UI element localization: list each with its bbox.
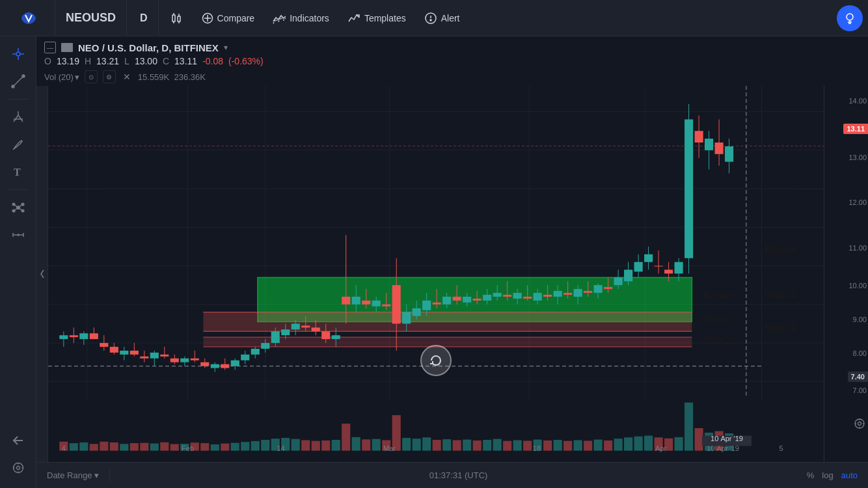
pair-label: NEO / U.S. Dollar, D, BITFINEX — [78, 42, 219, 53]
date-range-button[interactable]: Date Range ▾ — [47, 470, 99, 480]
separator2 — [8, 189, 29, 190]
stop1-label: Stop 1 — [765, 289, 796, 301]
svg-line-38 — [20, 208, 21, 210]
price-11: 11.00 — [848, 244, 867, 252]
line-tool[interactable] — [6, 69, 31, 94]
svg-point-44 — [16, 467, 20, 470]
svg-line-21 — [13, 76, 23, 87]
vol-row: Vol (20) ▾ ⊙ ⚙ ✕ 15.559K 236.36K — [44, 70, 860, 83]
vol-values: 15.559K 236.36K — [138, 72, 206, 82]
vol-label[interactable]: Vol (20) ▾ — [44, 72, 79, 82]
open-value: 13.19 — [57, 56, 79, 66]
price-7: 7.00 — [853, 386, 867, 394]
svg-line-35 — [15, 205, 17, 207]
current-price-badge: 13.11 — [843, 124, 868, 134]
price-9: 9.00 — [853, 316, 867, 323]
pitchfork-tool[interactable] — [6, 105, 31, 129]
replay-button[interactable] — [420, 345, 452, 376]
svg-point-33 — [12, 210, 15, 212]
measure-tool[interactable] — [6, 223, 31, 247]
dashed-price-badge: 7.40 — [848, 372, 868, 382]
log-button[interactable]: log — [822, 470, 833, 480]
range-label: Range — [765, 244, 796, 256]
price-8: 8.00 — [853, 349, 867, 357]
back-button[interactable] — [6, 428, 31, 453]
price-axis: 14.00 13.00 12.00 11.00 10.00 9.00 8.00 … — [824, 86, 868, 462]
separator — [109, 469, 110, 482]
svg-point-12 — [847, 14, 853, 20]
price-13: 13.00 — [848, 154, 867, 161]
draw-tool[interactable] — [6, 132, 31, 157]
logo[interactable] — [16, 5, 42, 31]
crosshair-tool[interactable] — [6, 42, 31, 66]
top-toolbar: NEOUSD D Compare Indicators Templates — [0, 0, 868, 36]
logo-area — [5, 5, 52, 31]
price-10: 10.00 — [848, 282, 867, 290]
node-tool[interactable] — [6, 195, 31, 220]
currency-flag — [61, 43, 73, 52]
svg-line-25 — [18, 115, 23, 122]
auto-button[interactable]: auto — [841, 470, 858, 480]
svg-point-34 — [21, 210, 24, 212]
chart-canvas: Range Stop 1 Stop 2 — [48, 86, 824, 462]
idea-button[interactable] — [837, 5, 863, 31]
percent-button[interactable]: % — [807, 470, 815, 480]
change-value: -0.08 — [202, 56, 223, 66]
axis-settings-icon[interactable] — [854, 418, 865, 432]
stop2-label: Stop 2 — [765, 323, 796, 334]
time-display: 01:37:31 (UTC) — [429, 470, 488, 480]
separator — [8, 99, 29, 100]
main-layout: T — [0, 36, 868, 488]
pair-dropdown[interactable]: ▾ — [224, 43, 228, 52]
svg-line-28 — [13, 148, 14, 150]
svg-point-23 — [22, 75, 25, 77]
svg-line-37 — [15, 208, 17, 210]
svg-text:T: T — [14, 167, 21, 178]
close-value: 13.11 — [174, 56, 197, 66]
low-value: 13.00 — [135, 56, 157, 66]
scroll-left-handle[interactable] — [36, 86, 48, 462]
svg-point-20 — [16, 52, 20, 56]
left-toolbar: T — [0, 36, 36, 488]
svg-line-36 — [20, 205, 21, 207]
svg-point-32 — [21, 203, 24, 206]
collapse-button[interactable]: — — [44, 42, 56, 53]
price-14: 14.00 — [848, 97, 867, 105]
svg-point-11 — [430, 20, 431, 21]
bottom-toolbar: Date Range ▾ 01:37:31 (UTC) % log auto — [36, 462, 868, 488]
templates-button[interactable]: Templates — [340, 6, 414, 31]
text-tool[interactable]: T — [6, 159, 31, 184]
price-12: 12.00 — [848, 198, 867, 206]
svg-point-50 — [855, 419, 864, 428]
timeframe-button[interactable]: D — [129, 0, 159, 36]
indicators-button[interactable]: Indicators — [265, 6, 337, 31]
ohlc-row: O 13.19 H 13.21 L 13.00 C 13.11 -0.08 (-… — [44, 56, 860, 66]
vol-settings-btn[interactable]: ⚙ — [103, 70, 116, 83]
chart-header: — NEO / U.S. Dollar, D, BITFINEX ▾ O 13.… — [36, 36, 868, 86]
vol-close-btn[interactable]: ✕ — [121, 71, 133, 83]
chart-type-button[interactable] — [161, 6, 191, 31]
svg-point-22 — [12, 85, 14, 88]
symbol-label[interactable]: NEOUSD — [55, 0, 127, 36]
vol-eye-btn[interactable]: ⊙ — [85, 70, 98, 83]
svg-point-51 — [858, 422, 861, 426]
svg-point-30 — [16, 206, 20, 210]
high-value: 13.21 — [96, 56, 119, 66]
compare-button[interactable]: Compare — [194, 6, 263, 31]
svg-line-24 — [14, 115, 18, 122]
change-pct: (-0.63%) — [228, 56, 264, 66]
svg-rect-3 — [178, 16, 180, 21]
settings-button[interactable] — [6, 455, 31, 480]
svg-point-31 — [12, 203, 15, 206]
svg-rect-0 — [172, 15, 175, 21]
alert-button[interactable]: Alert — [416, 6, 468, 31]
svg-point-45 — [13, 463, 23, 473]
